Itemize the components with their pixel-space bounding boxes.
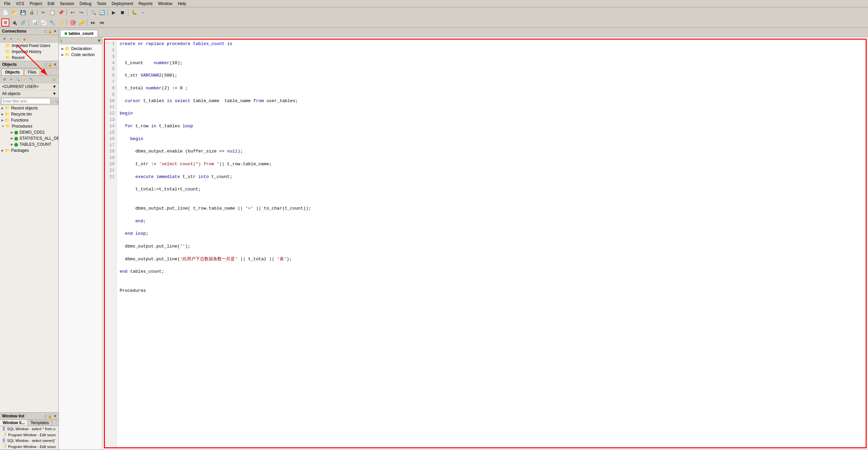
tree-item-tables-count[interactable]: ▶ ⬤ TABLES_COUNT: [0, 141, 59, 148]
conn-label-2: Imported History: [12, 50, 41, 54]
separator-7: [66, 19, 67, 26]
tb-save[interactable]: 💾: [19, 8, 27, 17]
wl-item-2[interactable]: 🗄 SQL Window - select owner||': [0, 438, 59, 444]
tree-item-packages[interactable]: ▶ 📁 Packages: [0, 148, 59, 154]
wl-item-0[interactable]: 🗄 SQL Window - select * from u: [0, 426, 59, 432]
conn-item-recent[interactable]: 📁 Recent: [0, 55, 59, 61]
tree-item-functions[interactable]: ▶ 📁 Functions: [0, 117, 59, 123]
wl-tab-window-list[interactable]: Window li...: [0, 420, 28, 426]
tb-conn2[interactable]: 🔌: [10, 19, 18, 27]
tab-objects[interactable]: Objects: [1, 69, 24, 75]
tb-redo[interactable]: ↪: [77, 8, 85, 17]
menu-edit[interactable]: Edit: [45, 1, 57, 7]
menu-file[interactable]: File: [1, 1, 13, 7]
menu-deployment[interactable]: Deployment: [109, 1, 136, 7]
obj-close[interactable]: ✕: [54, 62, 57, 67]
obj-tb-4[interactable]: ⚡: [22, 76, 28, 82]
arrow-declaration: ▶: [62, 47, 64, 51]
tb-debug[interactable]: 🐛: [130, 8, 138, 17]
code-lines[interactable]: create or replace procedure tables_count…: [117, 40, 866, 447]
wl-item-1[interactable]: 📝 Program Window - Edit sourc: [0, 432, 59, 438]
tb-paste[interactable]: 📌: [57, 8, 65, 17]
toolbar-row-1: 📄 📂 💾 🖨 ✂ 📋 📌 ↩ ↪ 🔍 🔄 ▶ ⏹ 🐛 →: [0, 7, 868, 18]
conn-tb-4[interactable]: 🔒: [22, 36, 28, 42]
filter-btn-1[interactable]: …: [51, 98, 55, 104]
wl-close[interactable]: ✕: [54, 414, 57, 418]
conn-tb-1[interactable]: ↺: [1, 36, 7, 42]
tb-nav-fwd[interactable]: ⏭: [89, 19, 97, 27]
window-list-panel: Window list □ 🔒 ✕ Window li... Templates…: [0, 412, 59, 450]
obj-tb-1[interactable]: ↺: [1, 76, 7, 82]
conn-tb-3[interactable]: -: [15, 36, 21, 42]
obj-tb-2[interactable]: +: [8, 76, 14, 82]
obj-tb-3[interactable]: 🔍: [15, 76, 21, 82]
menu-project[interactable]: Project: [27, 1, 45, 7]
tree-item-procedures[interactable]: ▼ 📁 Procedures: [0, 123, 59, 129]
conn-icon-1[interactable]: □: [44, 29, 47, 34]
tb-run[interactable]: ▶: [110, 8, 118, 17]
tb-obj2[interactable]: 📈: [39, 19, 48, 27]
tb-extra2[interactable]: 🔑: [77, 19, 85, 27]
menu-tools[interactable]: Tools: [94, 1, 109, 7]
tb-cut[interactable]: ✂: [39, 8, 48, 17]
tb-stop[interactable]: ⏹: [118, 8, 126, 17]
tb-new[interactable]: 📄: [1, 8, 9, 17]
tb-copy[interactable]: 📋: [48, 8, 56, 17]
tb-obj3[interactable]: 🔧: [48, 19, 56, 27]
wl-tab-templates[interactable]: Templates: [28, 420, 52, 426]
user-selector[interactable]: <CURRENT USER> ▼: [0, 83, 59, 90]
tree-item-demo-cdd1[interactable]: ▶ ⬤ DEMO_CDD1: [0, 129, 59, 135]
menu-vcs[interactable]: VCS: [13, 1, 27, 7]
filter-input[interactable]: [1, 98, 51, 104]
menu-debug[interactable]: Debug: [77, 1, 94, 7]
conn-item-imported-fixed[interactable]: 📁 Imported Fixed Users: [0, 43, 59, 49]
conn-item-imported-history[interactable]: 📁 Imported History: [0, 49, 59, 55]
tb-obj1[interactable]: 📊: [31, 19, 39, 27]
folder-declaration: 📁: [65, 46, 70, 51]
all-objects-row[interactable]: All objects ▼: [0, 90, 59, 97]
conn-tb-2[interactable]: +: [8, 36, 14, 42]
tb-nav-back[interactable]: ⏮: [98, 19, 106, 27]
label-demo-cdd1: DEMO_CDD1: [20, 130, 45, 135]
editor-tab-tables-count[interactable]: tables_count: [60, 30, 98, 37]
tree-item-stats[interactable]: ▶ ⬤ STATISTICS_ALL_DEP2: [0, 135, 59, 141]
struct-item-declaration[interactable]: ▶ 📁 Declaration: [60, 46, 101, 52]
code-editor: 12345 678910 1112131415 1617181920 2122 …: [102, 37, 868, 450]
wl-icon-1[interactable]: □: [44, 414, 47, 418]
obj-tb-schema[interactable]: □: [51, 76, 57, 82]
tb-print[interactable]: 🖨: [28, 8, 36, 17]
menu-window[interactable]: Window: [155, 1, 175, 7]
menu-help[interactable]: Help: [175, 1, 189, 7]
tb-find[interactable]: 🔍: [89, 8, 97, 17]
obj-icon-1[interactable]: □: [44, 62, 47, 67]
menu-reports[interactable]: Reports: [136, 1, 155, 7]
user-selector-label: <CURRENT USER>: [2, 84, 39, 89]
struct-close-icon[interactable]: ✕: [97, 38, 101, 43]
wl-item-3[interactable]: 📝 Program Window - Edit sourc: [0, 444, 59, 450]
tb-extra1[interactable]: 🎯: [68, 19, 76, 27]
tab-dot: [64, 32, 67, 35]
code-content[interactable]: 12345 678910 1112131415 1617181920 2122 …: [104, 39, 867, 448]
menu-session[interactable]: Session: [57, 1, 77, 7]
tree-item-recent-objects[interactable]: ▶ 📁 Recent objects: [0, 105, 59, 111]
tb-undo[interactable]: ↩: [68, 8, 76, 17]
tb-conn3[interactable]: 🔗: [19, 19, 27, 27]
conn-close[interactable]: ✕: [54, 29, 57, 34]
objects-title: Objects: [2, 62, 17, 67]
obj-tb-5[interactable]: 🔧: [28, 76, 34, 82]
tb-open[interactable]: 📂: [10, 8, 18, 17]
tree-item-recycle[interactable]: ▶ 📁 Recycle bin: [0, 111, 59, 117]
tb-replace[interactable]: 🔄: [98, 8, 106, 17]
conn-icon-2[interactable]: 🔒: [48, 29, 53, 34]
tb-step[interactable]: →: [139, 8, 147, 17]
wl-icon-2[interactable]: 🔒: [48, 414, 53, 418]
tb-connection-active[interactable]: ⚙: [1, 19, 9, 27]
obj-icon-2[interactable]: 🔒: [48, 62, 53, 67]
sort-icon[interactable]: ↕: [60, 38, 62, 43]
struct-item-code-section[interactable]: ▶ 📁 Code section: [60, 52, 101, 58]
user-selector-arrow: ▼: [53, 84, 57, 89]
filter-btn-2[interactable]: 🔍: [55, 98, 59, 104]
tb-obj4[interactable]: ⚡: [57, 19, 65, 27]
tab-files[interactable]: Files: [24, 69, 40, 75]
tab-label: tables_count: [68, 31, 93, 36]
